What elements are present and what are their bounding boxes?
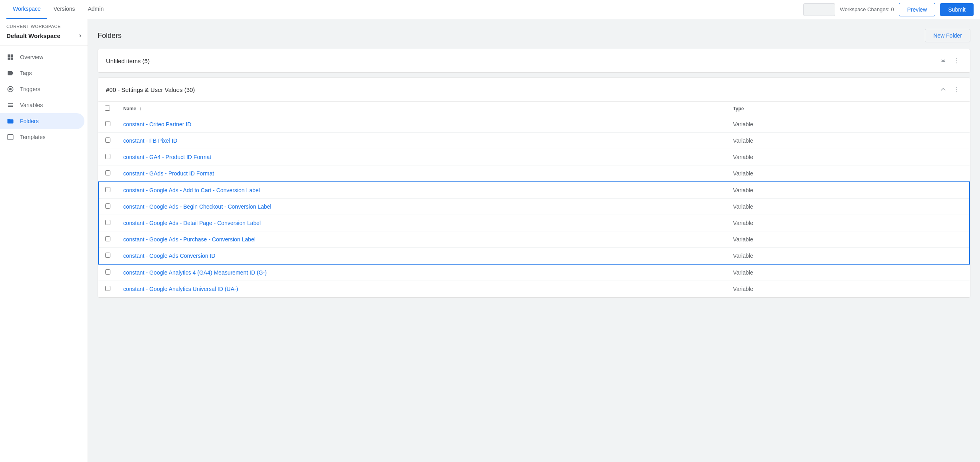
row-name-link[interactable]: constant - Google Analytics 4 (GA4) Meas… (123, 269, 267, 276)
select-all-checkbox[interactable] (105, 106, 110, 111)
sidebar-item-triggers[interactable]: Triggers (0, 81, 84, 97)
sidebar-label-templates: Templates (20, 134, 46, 140)
sort-icon: ↑ (139, 106, 142, 112)
row-name-cell: constant - FB Pixel ID (117, 133, 727, 149)
row-checkbox[interactable] (105, 253, 110, 258)
row-checkbox-cell (98, 215, 117, 231)
row-name-cell: constant - Google Ads - Purchase - Conve… (117, 231, 727, 248)
settings-folder-collapse-button[interactable] (938, 84, 948, 95)
folder-table: Name ↑ Type constant - Criteo Partner ID… (98, 101, 970, 297)
row-name-cell: constant - GA4 - Product ID Format (117, 149, 727, 165)
folders-title: Folders (98, 32, 122, 40)
table-row: constant - Google Ads Conversion IDVaria… (98, 248, 970, 265)
row-checkbox-cell (98, 182, 117, 199)
main-content: Folders New Folder Unfiled items (5) (88, 19, 980, 462)
settings-folder-actions (938, 84, 962, 95)
templates-icon (6, 133, 14, 141)
row-checkbox-cell (98, 231, 117, 248)
folders-icon (6, 117, 14, 125)
row-checkbox[interactable] (105, 137, 110, 143)
workspace-name-button[interactable]: Default Workspace › (6, 30, 81, 41)
row-name-link[interactable]: constant - Google Ads - Purchase - Conve… (123, 236, 256, 243)
unfiled-items-actions (938, 56, 962, 66)
table-row: constant - Google Ads - Detail Page - Co… (98, 215, 970, 231)
triggers-icon (6, 85, 14, 93)
row-checkbox-cell (98, 281, 117, 297)
row-name-link[interactable]: constant - FB Pixel ID (123, 137, 177, 144)
name-column-header[interactable]: Name ↑ (117, 102, 727, 116)
svg-point-3 (956, 58, 957, 59)
unfiled-items-more-button[interactable] (952, 56, 962, 66)
row-name-link[interactable]: constant - GAds - Product ID Format (123, 170, 214, 177)
sidebar-label-variables: Variables (20, 102, 43, 108)
row-checkbox[interactable] (105, 203, 110, 209)
top-nav: Workspace Versions Admin Workspace Chang… (0, 0, 980, 19)
row-type-cell: Variable (727, 199, 970, 215)
row-name-cell: constant - Google Analytics Universal ID… (117, 281, 727, 297)
table-row: constant - GA4 - Product ID FormatVariab… (98, 149, 970, 165)
row-type-cell: Variable (727, 116, 970, 133)
row-type-cell: Variable (727, 231, 970, 248)
main-layout: CURRENT WORKSPACE Default Workspace › Ov… (0, 19, 980, 462)
workspace-changes-label: Workspace Changes: 0 (840, 6, 894, 12)
sidebar-item-variables[interactable]: Variables (0, 97, 84, 113)
row-name-cell: constant - Google Ads - Detail Page - Co… (117, 215, 727, 231)
folders-header: Folders New Folder (98, 29, 970, 42)
sidebar-item-folders[interactable]: Folders (0, 113, 84, 129)
table-row: constant - GAds - Product ID FormatVaria… (98, 165, 970, 182)
row-name-link[interactable]: constant - Google Ads - Begin Checkout -… (123, 203, 271, 210)
row-name-link[interactable]: constant - Criteo Partner ID (123, 121, 191, 127)
row-checkbox-cell (98, 133, 117, 149)
row-type-cell: Variable (727, 281, 970, 297)
row-checkbox[interactable] (105, 220, 110, 225)
row-name-link[interactable]: constant - Google Analytics Universal ID… (123, 286, 238, 292)
collapse-icon (940, 86, 947, 93)
row-checkbox-cell (98, 149, 117, 165)
settings-folder-header: #00 - Settings & User Values (30) (98, 78, 970, 101)
sidebar-item-tags[interactable]: Tags (0, 65, 84, 81)
row-checkbox[interactable] (105, 187, 110, 192)
variables-icon (6, 101, 14, 109)
row-name-link[interactable]: constant - Google Ads Conversion ID (123, 253, 215, 259)
row-name-link[interactable]: constant - GA4 - Product ID Format (123, 154, 211, 160)
sidebar-label-overview: Overview (20, 54, 43, 60)
settings-folder-more-button[interactable] (952, 84, 962, 95)
svg-point-5 (956, 62, 957, 63)
row-name-link[interactable]: constant - Google Ads - Add to Cart - Co… (123, 187, 260, 193)
row-checkbox-cell (98, 248, 117, 265)
row-type-cell: Variable (727, 215, 970, 231)
table-row: constant - Google Ads - Purchase - Conve… (98, 231, 970, 248)
row-checkbox-cell (98, 165, 117, 182)
new-folder-button[interactable]: New Folder (925, 29, 970, 42)
table-row: constant - Criteo Partner IDVariable (98, 116, 970, 133)
tab-admin[interactable]: Admin (81, 0, 110, 19)
table-row: constant - Google Analytics Universal ID… (98, 281, 970, 297)
settings-folder-card: #00 - Settings & User Values (30) (98, 78, 970, 298)
row-checkbox-cell (98, 116, 117, 133)
sidebar-item-templates[interactable]: Templates (0, 129, 84, 145)
row-name-cell: constant - Criteo Partner ID (117, 116, 727, 133)
updown-icon (940, 57, 947, 64)
row-name-cell: constant - Google Analytics 4 (GA4) Meas… (117, 264, 727, 281)
row-checkbox[interactable] (105, 286, 110, 291)
row-checkbox[interactable] (105, 236, 110, 241)
row-name-cell: constant - GAds - Product ID Format (117, 165, 727, 182)
search-input[interactable] (803, 3, 835, 16)
unfiled-items-collapse-button[interactable] (938, 56, 948, 66)
row-checkbox[interactable] (105, 269, 110, 275)
row-checkbox[interactable] (105, 121, 110, 126)
workspace-name-text: Default Workspace (6, 32, 60, 39)
sidebar-workspace: CURRENT WORKSPACE Default Workspace › (0, 19, 88, 46)
row-name-link[interactable]: constant - Google Ads - Detail Page - Co… (123, 220, 261, 226)
tab-workspace[interactable]: Workspace (6, 0, 47, 19)
preview-button[interactable]: Preview (899, 3, 936, 16)
sidebar-item-overview[interactable]: Overview (0, 49, 84, 65)
select-all-header (98, 102, 117, 116)
row-checkbox[interactable] (105, 154, 110, 159)
tab-versions[interactable]: Versions (47, 0, 82, 19)
table-row: constant - Google Ads - Add to Cart - Co… (98, 182, 970, 199)
current-workspace-label: CURRENT WORKSPACE (6, 24, 81, 29)
row-checkbox[interactable] (105, 170, 110, 175)
row-type-cell: Variable (727, 165, 970, 182)
submit-button[interactable]: Submit (940, 3, 974, 16)
